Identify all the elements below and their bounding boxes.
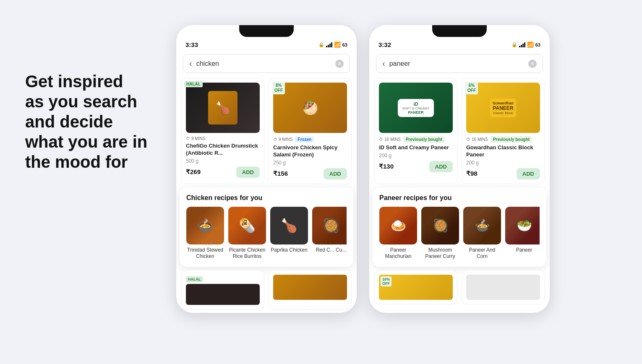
time-right: 3:32 xyxy=(378,41,391,48)
back-button-right[interactable]: ‹ xyxy=(382,59,385,68)
clock-icon-gowardhan: ⏱ xyxy=(466,137,470,142)
product-card-paneer-gowardhan: 6%OFF Gowardhan PANEER Classic Block xyxy=(462,78,545,184)
product-card-paneer-id: iD SOFT & CREAMY PANEER ⏱ 16 MINS Previo… xyxy=(374,78,457,184)
product-card-bottom-right-2 xyxy=(462,270,545,304)
clock-icon-1: ⏱ xyxy=(186,136,190,141)
product-card-bottom-right-1: 10%OFF xyxy=(374,270,457,304)
search-bar-left[interactable]: ‹ ✕ xyxy=(183,54,350,73)
product-weight-1: 500 g xyxy=(186,158,260,164)
prev-bought-tag-gowardhan: Previously bought xyxy=(491,136,532,143)
product-name-2: Carnivore Chicken Spicy Salami (Frozen) xyxy=(273,144,347,159)
discount-badge-bottom-right: 10%OFF xyxy=(381,276,391,286)
search-input-right[interactable] xyxy=(389,60,524,68)
time-badge-2: ⏱ 9 MINS xyxy=(273,137,292,142)
recipe-label-paprika: Paprika Chicken xyxy=(270,247,308,254)
add-button-gowardhan[interactable]: ADD xyxy=(517,168,540,179)
products-grid-left: HALAL 🍗 ⏱ 9 MINS ChefiGo Chicken Drumsti… xyxy=(176,78,357,184)
product-card-chicken-salami: 8%OFF 🥙 ⏱ 9 MINS Frozen Carnivore Chick xyxy=(269,78,352,184)
recipe-item-paneer4[interactable]: 🥗 Paneer xyxy=(505,207,540,260)
product-img-paneer-id: iD SOFT & CREAMY PANEER xyxy=(379,83,453,133)
back-button-left[interactable]: ‹ xyxy=(189,59,192,68)
recipes-title-chicken: Chicken recipes for you xyxy=(186,194,347,202)
phone-notch-right xyxy=(432,25,487,37)
halal-badge-bottom-1: HALAL xyxy=(186,276,203,282)
time-badge-gowardhan: ⏱ 16 MINS xyxy=(466,137,488,142)
recipe-img-paneer4: 🥗 xyxy=(505,207,540,244)
recipes-panel-paneer: Paneer recipes for you 🍛 Paneer Manchuri… xyxy=(373,187,546,267)
clear-button-left[interactable]: ✕ xyxy=(335,60,344,68)
recipes-scroll-paneer: 🍛 Paneer Manchurian 🥘 Mushroom Paneer Cu… xyxy=(379,207,540,260)
product-name-gowardhan: Gowardhan Classic Block Paneer xyxy=(466,144,540,159)
time-badge-paneer-id: ⏱ 16 MINS xyxy=(379,137,401,142)
recipe-item-manchurian[interactable]: 🍛 Paneer Manchurian xyxy=(379,207,417,260)
phone-notch-left xyxy=(239,25,294,37)
recipe-img-trinidad: 🍲 xyxy=(186,207,224,244)
recipe-item-trinidad[interactable]: 🍲 Trinidad Stewed Chicken xyxy=(186,207,224,260)
status-icons-right: 🔒 📶 63 xyxy=(512,42,540,48)
recipe-item-red[interactable]: 🥘 Red C... Cu... xyxy=(312,207,347,260)
recipe-item-paprika[interactable]: 🍗 Paprika Chicken xyxy=(270,207,308,260)
signal-bars-right xyxy=(519,42,525,47)
prev-bought-tag-id: Previously bought xyxy=(403,136,445,143)
phone-right: 3:32 🔒 📶 63 ‹ ✕ xyxy=(369,25,550,313)
product-bottom-2: ₹156 ADD xyxy=(273,168,347,179)
status-bar-right: 3:32 🔒 📶 63 xyxy=(369,37,550,51)
product-img-bottom-right-2 xyxy=(466,275,540,300)
recipe-img-manchurian: 🍛 xyxy=(379,207,417,244)
recipe-label-paneer4: Paneer xyxy=(505,247,540,254)
recipe-label-red: Red C... Cu... xyxy=(312,247,347,254)
recipes-scroll-chicken: 🍲 Trinidad Stewed Chicken 🌯 Picante Chic… xyxy=(186,207,347,260)
add-button-paneer-id[interactable]: ADD xyxy=(429,161,453,172)
discount-badge-gowardhan: 6%OFF xyxy=(465,82,478,94)
recipe-img-corn: 🍲 xyxy=(463,207,501,244)
product-price-1: ₹269 xyxy=(186,168,201,176)
product-price-2: ₹156 xyxy=(273,170,288,177)
product-meta-paneer-id: ⏱ 16 MINS Previously bought xyxy=(379,136,453,143)
clock-icon-paneer-id: ⏱ xyxy=(379,137,383,142)
product-weight-gowardhan: 200 g xyxy=(466,160,540,166)
wifi-icon-right: 📶 xyxy=(527,42,534,48)
product-img-bottom-2 xyxy=(273,275,347,300)
product-weight-paneer-id: 200 g xyxy=(379,153,453,159)
products-grid-right: iD SOFT & CREAMY PANEER ⏱ 16 MINS Previo… xyxy=(369,78,550,184)
time-badge-1: ⏱ 9 MINS xyxy=(186,136,205,141)
recipe-img-red: 🥘 xyxy=(312,207,347,244)
product-weight-2: 250 g xyxy=(273,160,347,166)
product-meta-1: ⏱ 9 MINS xyxy=(186,136,260,141)
product-card-bottom-left-2 xyxy=(269,270,352,309)
battery-left: 63 xyxy=(342,42,347,47)
phone-left: 3:33 🔒 📶 63 ‹ ✕ xyxy=(176,25,357,313)
status-bar-left: 3:33 🔒 📶 63 xyxy=(176,37,357,51)
add-button-1[interactable]: ADD xyxy=(236,166,260,178)
time-left: 3:33 xyxy=(185,41,198,48)
products-grid-right-bottom: 10%OFF xyxy=(369,270,550,304)
product-meta-2: ⏱ 9 MINS Frozen xyxy=(273,136,347,143)
recipe-label-trinidad: Trinidad Stewed Chicken xyxy=(186,247,224,260)
product-bottom-gowardhan: ₹98 ADD xyxy=(466,168,540,179)
phones-area: 3:33 🔒 📶 63 ‹ ✕ xyxy=(176,25,625,313)
clear-button-right[interactable]: ✕ xyxy=(528,60,537,68)
search-bar-right[interactable]: ‹ ✕ xyxy=(376,54,543,73)
recipe-item-picante[interactable]: 🌯 Picante Chicken Rice Burritos xyxy=(228,207,266,260)
recipe-img-picante: 🌯 xyxy=(228,207,266,244)
recipes-panel-chicken: Chicken recipes for you 🍲 Trinidad Stewe… xyxy=(180,187,353,267)
product-bottom-paneer-id: ₹130 ADD xyxy=(379,161,453,172)
recipe-label-manchurian: Paneer Manchurian xyxy=(379,247,417,260)
recipe-label-corn: Paneer And Corn xyxy=(463,247,501,260)
lock-icon-left: 🔒 xyxy=(318,42,324,47)
recipe-img-mushroom: 🥘 xyxy=(421,207,459,244)
recipes-title-paneer: Paneer recipes for you xyxy=(379,194,540,202)
product-img-bottom-right-1: 10%OFF xyxy=(379,275,453,300)
frozen-tag: Frozen xyxy=(295,136,314,143)
product-price-gowardhan: ₹98 xyxy=(466,170,478,177)
wifi-icon-left: 📶 xyxy=(334,42,341,48)
search-input-left[interactable] xyxy=(196,60,331,68)
recipe-label-mushroom: Mushroom Paneer Curry xyxy=(421,247,459,260)
product-meta-gowardhan: ⏱ 16 MINS Previously bought xyxy=(466,136,540,143)
add-button-2[interactable]: ADD xyxy=(324,168,347,179)
recipe-item-corn[interactable]: 🍲 Paneer And Corn xyxy=(463,207,501,260)
product-card-bottom-left-1: HALAL xyxy=(181,270,264,309)
recipe-item-mushroom[interactable]: 🥘 Mushroom Paneer Curry xyxy=(421,207,459,260)
product-name-1: ChefiGo Chicken Drumstick (Antibiotic R.… xyxy=(186,143,260,157)
recipe-label-picante: Picante Chicken Rice Burritos xyxy=(228,247,266,260)
